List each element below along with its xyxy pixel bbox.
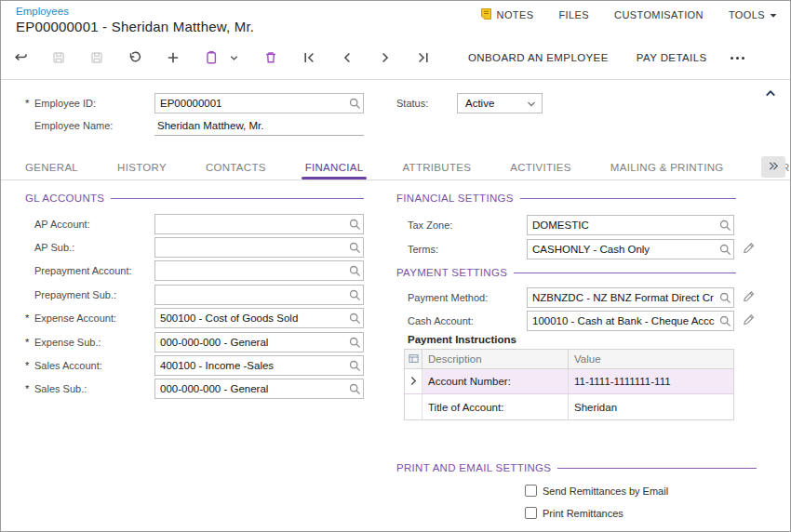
ap-account-input[interactable]	[154, 214, 364, 234]
more-actions-button[interactable]	[726, 46, 750, 70]
prepayment-sub-input[interactable]	[154, 285, 364, 305]
save-and-close-button[interactable]	[47, 46, 71, 70]
employee-name-value: Sheridan Matthew, Mr.	[154, 115, 364, 136]
notes-label: NOTES	[497, 9, 534, 20]
expense-sub-field	[154, 332, 364, 352]
files-button[interactable]: FILES	[558, 9, 589, 20]
search-icon[interactable]	[348, 218, 361, 234]
current-row-icon	[410, 376, 417, 388]
required-marker: *	[25, 313, 34, 324]
search-icon[interactable]	[718, 314, 731, 331]
tab-financial[interactable]: FINANCIAL	[302, 154, 368, 180]
tab-general[interactable]: GENERAL	[21, 154, 82, 180]
tab-bar: GENERAL HISTORY CONTACTS FINANCIAL ATTRI…	[21, 154, 791, 180]
table-row-account-number[interactable]: Account Number: 11-1111-1111111-111	[405, 369, 733, 394]
cancel-undo-button[interactable]	[123, 46, 147, 70]
ap-account-label: AP Account:	[34, 219, 154, 230]
payment-method-input[interactable]	[527, 287, 734, 308]
search-icon[interactable]	[348, 312, 361, 328]
copy-paste-menu-button[interactable]	[225, 46, 242, 70]
cash-account-input[interactable]	[527, 311, 734, 331]
status-value: Active	[465, 98, 527, 109]
pay-details-button[interactable]: PAY DETAILS	[627, 46, 717, 70]
search-icon[interactable]	[348, 97, 361, 113]
go-first-button[interactable]	[297, 46, 321, 70]
search-icon[interactable]	[718, 243, 731, 259]
cell-value[interactable]: Sheridan	[569, 394, 733, 419]
delete-icon	[263, 50, 278, 65]
search-icon[interactable]	[348, 382, 361, 399]
notes-button[interactable]: NOTES	[480, 7, 534, 22]
add-icon	[166, 50, 181, 65]
next-record-icon	[378, 50, 393, 65]
tab-mailing-printing[interactable]: MAILING & PRINTING	[607, 154, 728, 180]
tools-button[interactable]: TOOLS	[729, 9, 777, 20]
edit-cash-account-button[interactable]	[742, 313, 756, 330]
breadcrumb-link-employees[interactable]: Employees	[16, 6, 69, 17]
customisation-button[interactable]: CUSTOMISATION	[614, 9, 704, 20]
tab-attributes[interactable]: ATTRIBUTES	[398, 154, 475, 180]
send-remittances-by-email-checkbox[interactable]	[525, 485, 537, 497]
print-remittances-label: Print Remittances	[543, 508, 623, 519]
back-button[interactable]	[8, 46, 33, 70]
go-next-button[interactable]	[373, 46, 397, 70]
expense-account-input[interactable]	[154, 308, 364, 328]
collapse-summary-button[interactable]	[760, 85, 781, 103]
sales-sub-row: * Sales Sub.:	[25, 378, 364, 401]
delete-button[interactable]	[259, 46, 283, 70]
status-select[interactable]: Active	[457, 93, 543, 113]
page-title: EP00000001 - Sheridan Matthew, Mr.	[16, 19, 254, 34]
go-last-button[interactable]	[411, 46, 436, 70]
search-icon[interactable]	[718, 219, 731, 235]
sales-account-input[interactable]	[154, 355, 364, 376]
column-header-value[interactable]: Value	[569, 350, 733, 368]
onboard-an-employee-button[interactable]: ONBOARD AN EMPLOYEE	[459, 46, 618, 70]
add-new-button[interactable]	[161, 46, 185, 70]
sales-sub-input[interactable]	[154, 379, 364, 399]
previous-record-icon	[340, 50, 355, 65]
save-button[interactable]	[85, 46, 109, 70]
column-header-description[interactable]: Description	[422, 350, 569, 368]
employee-id-label: Employee ID:	[34, 98, 96, 109]
ap-account-field	[154, 214, 364, 234]
table-row-title-of-account[interactable]: Title of Account: Sheridan	[405, 394, 733, 419]
terms-field	[527, 239, 734, 259]
print-remittances-row[interactable]: Print Remittances	[525, 507, 623, 519]
edit-payment-method-button[interactable]	[742, 289, 756, 307]
send-remittances-by-email-row[interactable]: Send Remittances by Email	[525, 485, 668, 497]
undo-icon	[127, 50, 142, 65]
ap-sub-row: AP Sub.:	[25, 235, 364, 259]
cash-account-row: Cash Account:	[396, 311, 787, 331]
cell-value[interactable]: 11-1111-1111111-111	[569, 369, 733, 393]
cell-description[interactable]: Title of Account:	[422, 394, 569, 419]
search-icon[interactable]	[348, 336, 361, 352]
files-label: FILES	[558, 9, 589, 20]
copy-paste-button[interactable]	[199, 46, 223, 70]
prepayment-account-input[interactable]	[154, 260, 364, 281]
tab-contacts[interactable]: CONTACTS	[202, 154, 270, 180]
table-settings-button[interactable]	[405, 350, 422, 368]
tab-history[interactable]: HISTORY	[114, 154, 170, 180]
search-icon[interactable]	[348, 241, 361, 258]
cell-description[interactable]: Account Number:	[422, 369, 569, 393]
tabs-overflow-button[interactable]	[761, 156, 785, 178]
send-remittances-by-email-label: Send Remittances by Email	[543, 485, 668, 497]
search-icon[interactable]	[348, 264, 361, 281]
payment-settings-title: PAYMENT SETTINGS	[396, 267, 507, 278]
search-icon[interactable]	[718, 291, 731, 308]
tax-zone-input[interactable]	[527, 215, 734, 235]
expense-sub-row: * Expense Sub.:	[25, 330, 364, 353]
print-remittances-checkbox[interactable]	[525, 507, 537, 519]
edit-pencil-icon	[742, 241, 756, 259]
edit-pencil-icon	[742, 313, 756, 330]
edit-terms-button[interactable]	[742, 241, 756, 259]
tab-activities[interactable]: ACTIVITIES	[506, 154, 575, 180]
employee-id-input[interactable]	[154, 93, 364, 113]
search-icon[interactable]	[348, 288, 361, 305]
search-icon[interactable]	[348, 359, 361, 376]
ap-sub-input[interactable]	[154, 237, 364, 258]
go-previous-button[interactable]	[335, 46, 359, 70]
sales-sub-label: Sales Sub.:	[34, 383, 154, 394]
expense-sub-input[interactable]	[154, 332, 364, 352]
terms-input[interactable]	[527, 239, 734, 259]
